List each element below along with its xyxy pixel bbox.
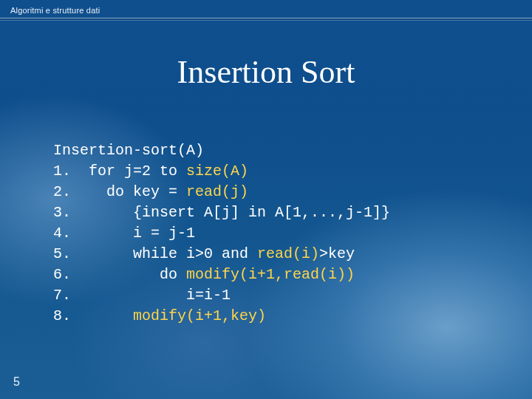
- code-line-2-highlight: read(j): [186, 183, 248, 200]
- slide-title: Insertion Sort: [0, 53, 532, 91]
- code-line-2a: 2. do key =: [53, 183, 186, 200]
- code-line-5a: 5. while i>0 and: [53, 245, 257, 262]
- slide-number: 5: [13, 375, 20, 389]
- code-line-7: 7. i=i-1: [53, 287, 231, 304]
- code-line-1a: 1. for j=2 to: [53, 163, 186, 180]
- code-block: Insertion-sort(A) 1. for j=2 to size(A) …: [53, 140, 390, 327]
- slide: Algoritmi e strutture dati Insertion Sor…: [0, 0, 532, 399]
- code-line-3: 3. {insert A[j] in A[1,...,j-1]}: [53, 204, 390, 221]
- code-line-5c: >key: [319, 245, 355, 262]
- code-line-8a: 8.: [53, 307, 133, 324]
- code-line-5-highlight: read(i): [257, 245, 319, 262]
- code-line-6-highlight: modify(i+1,read(i)): [186, 266, 355, 283]
- header-course: Algoritmi e strutture dati: [10, 6, 100, 15]
- code-line-4: 4. i = j-1: [53, 225, 195, 242]
- code-line-8-highlight: modify(i+1,key): [133, 307, 266, 324]
- code-line-6a: 6. do: [53, 266, 186, 283]
- code-line-0: Insertion-sort(A): [53, 142, 204, 159]
- code-line-1-highlight: size(A): [186, 163, 248, 180]
- header-divider: [0, 18, 532, 19]
- header-divider-shadow: [0, 20, 532, 21]
